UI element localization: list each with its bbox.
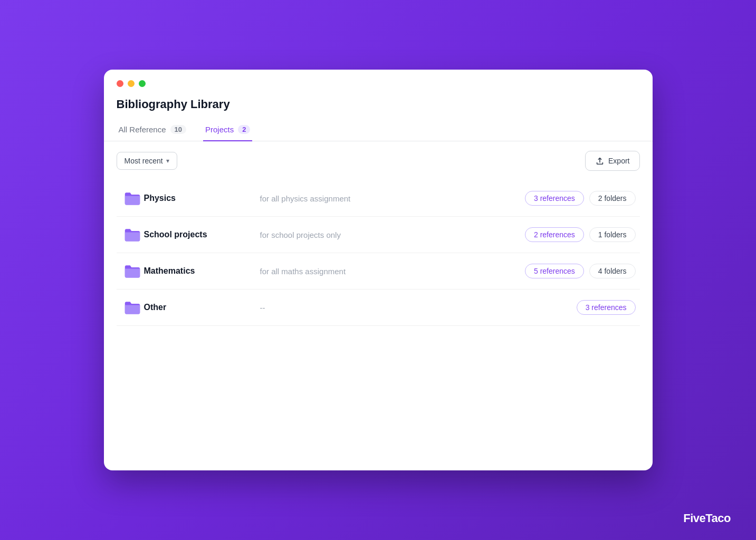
tab-projects-label: Projects [205,125,234,134]
project-row[interactable]: Mathematics for all maths assignment 5 r… [117,253,640,290]
project-desc: for all maths assignment [250,267,525,276]
title-bar [104,70,653,87]
references-tag: 3 references [577,300,636,315]
tab-all-reference-badge: 10 [170,125,186,134]
toolbar: Most recent ▾ Export [104,141,653,180]
project-row[interactable]: Other -- 3 references [117,290,640,326]
minimize-button[interactable] [128,80,135,87]
project-desc: for school projects only [250,230,525,239]
folder-icon-wrap [121,300,144,315]
folder-icon [124,227,141,242]
export-label: Export [608,157,629,165]
projects-list: Physics for all physics assignment 3 ref… [104,180,653,326]
tab-projects-badge: 2 [238,125,250,134]
tab-all-reference-label: All Reference [119,125,166,134]
references-tag: 5 references [525,264,584,278]
project-desc: for all physics assignment [250,194,525,203]
project-name: School projects [144,230,250,239]
folder-icon [124,191,141,206]
tab-projects[interactable]: Projects 2 [203,119,252,141]
folder-icon-wrap [121,191,144,206]
upload-icon [595,156,605,166]
sort-label: Most recent [125,157,163,165]
project-desc: -- [250,303,577,312]
folders-tag: 1 folders [589,227,636,242]
folder-icon-wrap [121,264,144,278]
project-row[interactable]: School projects for school projects only… [117,217,640,253]
project-tags: 3 references [577,300,636,315]
project-tags: 3 references 2 folders [525,191,636,206]
folder-icon-wrap [121,227,144,242]
project-tags: 2 references 1 folders [525,227,636,242]
references-tag: 3 references [525,191,584,206]
chevron-down-icon: ▾ [166,157,169,165]
brand-logo: FiveTaco [683,512,731,525]
project-tags: 5 references 4 folders [525,264,636,278]
app-title: Bibliography Library [104,87,653,117]
project-row[interactable]: Physics for all physics assignment 3 ref… [117,180,640,217]
export-button[interactable]: Export [585,151,639,171]
folder-icon [124,264,141,278]
close-button[interactable] [117,80,123,87]
maximize-button[interactable] [139,80,146,87]
folders-tag: 2 folders [589,191,636,206]
app-window: Bibliography Library All Reference 10 Pr… [104,70,653,470]
sort-dropdown[interactable]: Most recent ▾ [117,152,177,170]
project-name: Mathematics [144,266,250,276]
folder-icon [124,300,141,315]
tabs-row: All Reference 10 Projects 2 [104,119,653,141]
project-name: Other [144,303,250,312]
references-tag: 2 references [525,227,584,242]
tab-all-reference[interactable]: All Reference 10 [117,119,189,141]
folders-tag: 4 folders [589,264,636,278]
project-name: Physics [144,194,250,203]
